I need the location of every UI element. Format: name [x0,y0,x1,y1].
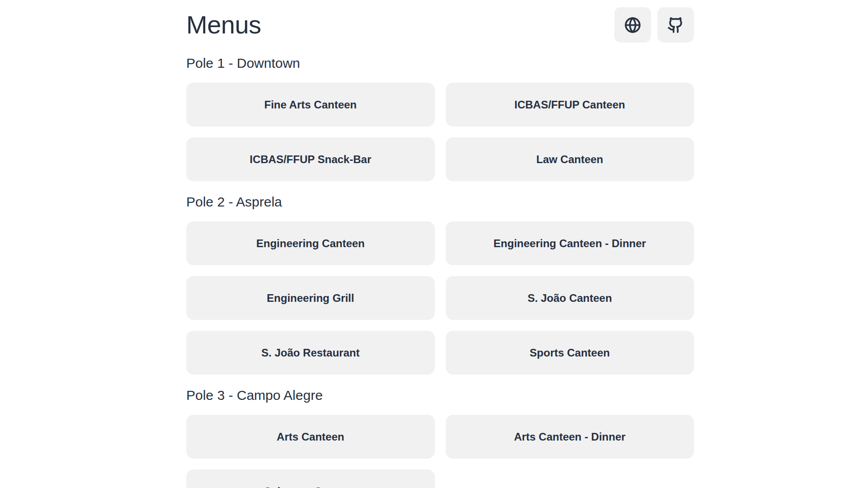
page-header: Menus [186,0,694,42]
menu-item-button[interactable]: Fine Arts Canteen [186,83,435,127]
section-grid: Arts CanteenArts Canteen - DinnerScience… [186,415,694,488]
menu-item-button[interactable]: Arts Canteen [186,415,435,459]
menu-item-button[interactable]: ICBAS/FFUP Canteen [446,83,694,127]
menu-item-button[interactable]: ICBAS/FFUP Snack-Bar [186,137,435,181]
section-title: Pole 3 - Campo Alegre [186,387,694,404]
section-grid: Fine Arts CanteenICBAS/FFUP CanteenICBAS… [186,83,694,181]
section-title: Pole 1 - Downtown [186,55,694,71]
menu-item-button[interactable]: Engineering Grill [186,276,435,320]
menu-item-button[interactable]: Sciences Canteen [186,469,435,488]
menu-section: Pole 3 - Campo Alegre Arts CanteenArts C… [186,387,694,488]
menu-item-button[interactable]: S. João Canteen [446,276,694,320]
section-grid: Engineering CanteenEngineering Canteen -… [186,221,694,375]
menu-section: Pole 2 - Asprela Engineering CanteenEngi… [186,194,694,375]
menu-section: Pole 1 - Downtown Fine Arts CanteenICBAS… [186,55,694,181]
page-title: Menus [186,10,261,39]
header-actions [614,7,694,42]
github-icon [667,17,684,33]
menu-sections: Pole 1 - Downtown Fine Arts CanteenICBAS… [186,55,694,488]
page-container: Menus [186,0,694,488]
globe-icon [624,17,641,33]
menu-item-button[interactable]: Law Canteen [446,137,694,181]
menu-item-button[interactable]: S. João Restaurant [186,331,435,375]
menu-item-button[interactable]: Arts Canteen - Dinner [446,415,694,459]
language-button[interactable] [614,7,651,42]
section-title: Pole 2 - Asprela [186,194,694,210]
menu-item-button[interactable]: Engineering Canteen [186,221,435,265]
menu-item-button[interactable]: Engineering Canteen - Dinner [446,221,694,265]
github-button[interactable] [657,7,694,42]
menu-item-button[interactable]: Sports Canteen [446,331,694,375]
